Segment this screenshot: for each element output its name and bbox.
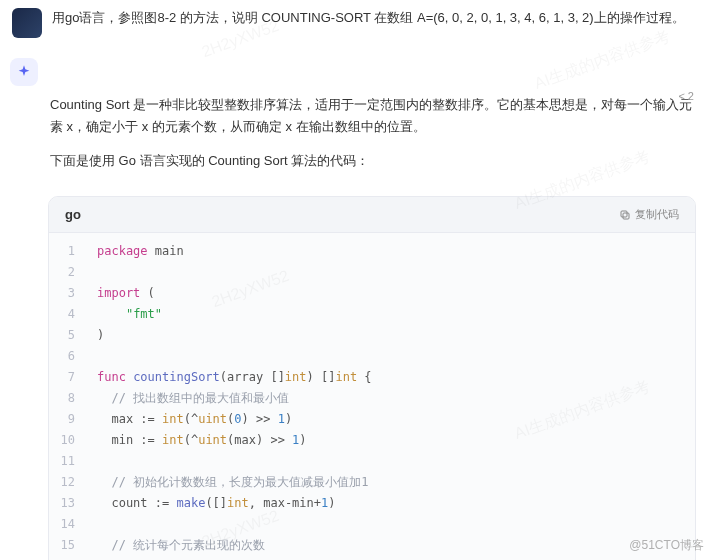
code-content[interactable]: package main import ( "fmt") func counti…: [85, 233, 695, 560]
copy-code-button[interactable]: 复制代码: [619, 207, 679, 222]
svg-rect-1: [621, 211, 627, 217]
code-header: go 复制代码: [49, 197, 695, 233]
reply-count[interactable]: < 2: [678, 90, 694, 102]
code-language-label: go: [65, 207, 81, 222]
code-block: go 复制代码 123456789101112131415161718 pack…: [48, 196, 696, 560]
sparkle-icon: [16, 64, 32, 80]
answer-paragraph: 下面是使用 Go 语言实现的 Counting Sort 算法的代码：: [50, 150, 694, 172]
footer-watermark: @51CTO博客: [629, 537, 704, 554]
question-header: 用go语言，参照图8-2 的方法，说明 COUNTING-SORT 在数组 A=…: [0, 0, 714, 46]
copy-icon: [619, 209, 631, 221]
copy-label: 复制代码: [635, 207, 679, 222]
code-body: 123456789101112131415161718 package main…: [49, 233, 695, 560]
line-gutter: 123456789101112131415161718: [49, 233, 85, 560]
question-text: 用go语言，参照图8-2 的方法，说明 COUNTING-SORT 在数组 A=…: [52, 8, 702, 29]
bot-avatar: [10, 58, 38, 86]
answer-body: Counting Sort 是一种非比较型整数排序算法，适用于一定范围内的整数排…: [0, 86, 714, 196]
user-avatar: [12, 8, 42, 38]
svg-rect-0: [623, 213, 629, 219]
answer-paragraph: Counting Sort 是一种非比较型整数排序算法，适用于一定范围内的整数排…: [50, 94, 694, 138]
